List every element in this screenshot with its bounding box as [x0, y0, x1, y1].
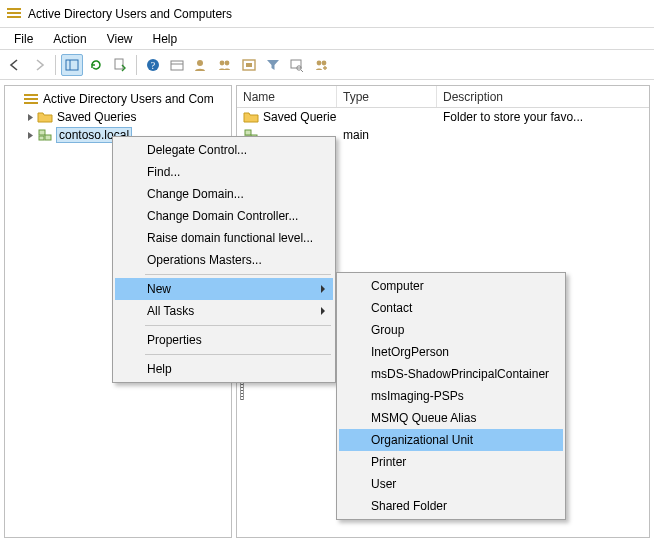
column-name[interactable]: Name	[237, 86, 337, 107]
svg-rect-20	[24, 94, 38, 96]
svg-rect-25	[39, 136, 44, 140]
domain-icon	[37, 127, 53, 143]
add-to-group-button[interactable]	[310, 54, 332, 76]
menu-separator	[145, 325, 331, 326]
list-row[interactable]: Saved Queries Folder to store your favo.…	[237, 108, 649, 126]
svg-rect-24	[45, 135, 51, 140]
menu-item-label: Computer	[371, 279, 424, 293]
list-header: Name Type Description	[237, 86, 649, 108]
context-menu[interactable]: Delegate Control...Find...Change Domain.…	[112, 136, 336, 383]
menu-item-label: Delegate Control...	[147, 143, 247, 157]
svg-rect-15	[291, 60, 301, 68]
properties-button[interactable]	[166, 54, 188, 76]
new-user-button[interactable]	[190, 54, 212, 76]
menu-item-change-domain-controller[interactable]: Change Domain Controller...	[115, 205, 333, 227]
titlebar: Active Directory Users and Computers	[0, 0, 654, 28]
menubar: File Action View Help	[0, 28, 654, 50]
chevron-right-icon[interactable]	[23, 128, 37, 142]
menu-item-label: MSMQ Queue Alias	[371, 411, 476, 425]
menu-item-new[interactable]: New	[115, 278, 333, 300]
svg-text:?: ?	[151, 60, 156, 71]
chevron-right-icon	[321, 307, 325, 315]
menu-item-label: msDS-ShadowPrincipalContainer	[371, 367, 549, 381]
chevron-right-icon[interactable]	[23, 110, 37, 124]
new-ou-button[interactable]	[238, 54, 260, 76]
menu-view[interactable]: View	[97, 30, 143, 48]
svg-rect-26	[245, 130, 251, 135]
tree-saved-queries[interactable]: Saved Queries	[7, 108, 229, 126]
menu-item-inetorgperson[interactable]: InetOrgPerson	[339, 341, 563, 363]
export-list-button[interactable]	[109, 54, 131, 76]
back-button[interactable]	[4, 54, 26, 76]
show-hide-tree-button[interactable]	[61, 54, 83, 76]
column-type[interactable]: Type	[337, 86, 437, 107]
menu-item-label: New	[147, 282, 171, 296]
menu-item-help[interactable]: Help	[115, 358, 333, 380]
menu-item-organizational-unit[interactable]: Organizational Unit	[339, 429, 563, 451]
app-icon	[6, 6, 22, 22]
menu-item-label: Find...	[147, 165, 180, 179]
help-button[interactable]: ?	[142, 54, 164, 76]
menu-item-label: Properties	[147, 333, 202, 347]
svg-rect-23	[39, 130, 45, 135]
svg-point-10	[197, 60, 203, 66]
row-name: Saved Queries	[263, 110, 337, 124]
window-title: Active Directory Users and Computers	[28, 7, 232, 21]
menu-separator	[145, 274, 331, 275]
svg-rect-1	[7, 12, 21, 14]
svg-rect-3	[66, 60, 78, 70]
refresh-button[interactable]	[85, 54, 107, 76]
menu-help[interactable]: Help	[143, 30, 188, 48]
menu-item-user[interactable]: User	[339, 473, 563, 495]
svg-point-11	[220, 60, 225, 65]
forward-button[interactable]	[28, 54, 50, 76]
menu-item-msds-shadowprincipalcontainer[interactable]: msDS-ShadowPrincipalContainer	[339, 363, 563, 385]
menu-item-change-domain[interactable]: Change Domain...	[115, 183, 333, 205]
menu-item-msimaging-psps[interactable]: msImaging-PSPs	[339, 385, 563, 407]
chevron-right-icon	[321, 285, 325, 293]
svg-rect-2	[7, 16, 21, 18]
folder-icon	[37, 109, 53, 125]
svg-point-18	[317, 60, 322, 65]
svg-line-17	[301, 70, 303, 72]
menu-item-label: msImaging-PSPs	[371, 389, 464, 403]
menu-item-all-tasks[interactable]: All Tasks	[115, 300, 333, 322]
filter-button[interactable]	[262, 54, 284, 76]
toolbar: ?	[0, 50, 654, 80]
menu-file[interactable]: File	[4, 30, 43, 48]
menu-item-label: Printer	[371, 455, 406, 469]
tree-root[interactable]: Active Directory Users and Com	[7, 90, 229, 108]
menu-item-label: Shared Folder	[371, 499, 447, 513]
svg-rect-14	[246, 63, 252, 67]
svg-rect-22	[24, 102, 38, 104]
menu-item-label: Change Domain...	[147, 187, 244, 201]
find-button[interactable]	[286, 54, 308, 76]
menu-item-label: Help	[147, 362, 172, 376]
menu-action[interactable]: Action	[43, 30, 96, 48]
tree-root-label: Active Directory Users and Com	[43, 92, 214, 106]
new-group-button[interactable]	[214, 54, 236, 76]
menu-item-delegate-control[interactable]: Delegate Control...	[115, 139, 333, 161]
context-submenu-new[interactable]: ComputerContactGroupInetOrgPersonmsDS-Sh…	[336, 272, 566, 520]
menu-item-label: All Tasks	[147, 304, 194, 318]
expander-icon[interactable]	[9, 92, 23, 106]
svg-rect-5	[115, 59, 123, 69]
menu-item-group[interactable]: Group	[339, 319, 563, 341]
menu-item-find[interactable]: Find...	[115, 161, 333, 183]
menu-item-printer[interactable]: Printer	[339, 451, 563, 473]
svg-rect-8	[171, 61, 183, 70]
menu-item-properties[interactable]: Properties	[115, 329, 333, 351]
folder-icon	[243, 109, 259, 125]
menu-item-contact[interactable]: Contact	[339, 297, 563, 319]
row-desc: Folder to store your favo...	[437, 110, 649, 124]
menu-item-msmq-queue-alias[interactable]: MSMQ Queue Alias	[339, 407, 563, 429]
menu-item-operations-masters[interactable]: Operations Masters...	[115, 249, 333, 271]
menu-item-label: Raise domain functional level...	[147, 231, 313, 245]
menu-item-label: User	[371, 477, 396, 491]
column-description[interactable]: Description	[437, 86, 649, 107]
menu-item-shared-folder[interactable]: Shared Folder	[339, 495, 563, 517]
menu-item-raise-domain-functional-level[interactable]: Raise domain functional level...	[115, 227, 333, 249]
menu-item-computer[interactable]: Computer	[339, 275, 563, 297]
menu-separator	[145, 354, 331, 355]
menu-item-label: Operations Masters...	[147, 253, 262, 267]
